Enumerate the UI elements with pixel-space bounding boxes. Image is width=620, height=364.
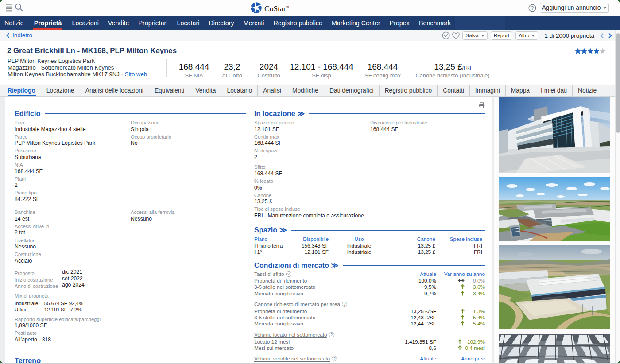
svg-text:?: ? (531, 5, 534, 11)
